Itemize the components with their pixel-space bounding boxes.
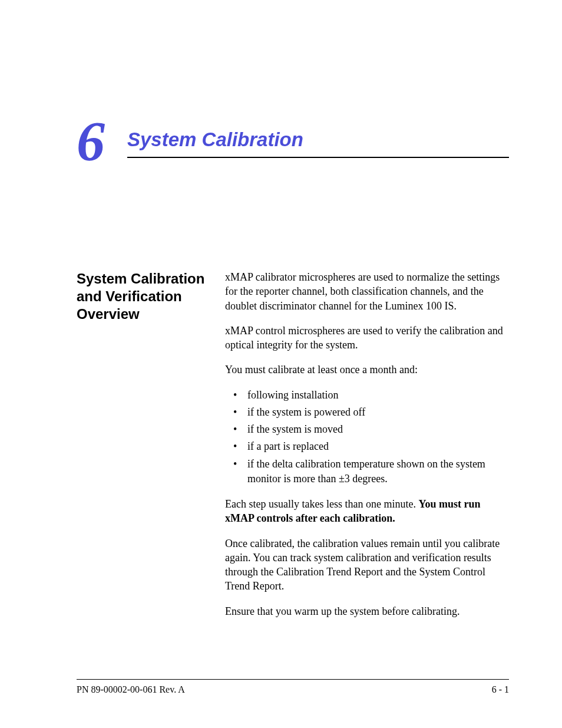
list-item: if a part is replaced <box>225 439 509 454</box>
page-footer: PN 89-00002-00-061 Rev. A 6 - 1 <box>77 679 509 695</box>
footer-right: 6 - 1 <box>492 684 509 695</box>
list-item: if the system is powered off <box>225 405 509 420</box>
chapter-number: 6 <box>77 113 105 170</box>
chapter-title: System Calibration <box>127 129 509 158</box>
section-heading: System Calibration and Verification Over… <box>77 270 225 323</box>
chapter-header: 6 System Calibration <box>77 118 509 170</box>
bullet-list: following installation if the system is … <box>225 388 509 486</box>
footer-left: PN 89-00002-00-061 Rev. A <box>77 684 185 695</box>
para4-text: Each step usually takes less than one mi… <box>225 498 418 510</box>
list-item: following installation <box>225 388 509 403</box>
body-para-3: You must calibrate at least once a month… <box>225 363 509 377</box>
body-para-4: Each step usually takes less than one mi… <box>225 497 509 526</box>
body-content: xMAP calibrator microspheres are used to… <box>225 270 509 629</box>
body-para-1: xMAP calibrator microspheres are used to… <box>225 270 509 313</box>
content-row: System Calibration and Verification Over… <box>77 270 509 629</box>
body-para-2: xMAP control microspheres are used to ve… <box>225 324 509 353</box>
list-item: if the delta calibration temperature sho… <box>225 457 509 486</box>
body-para-6: Ensure that you warm up the system befor… <box>225 604 509 618</box>
list-item: if the system is moved <box>225 422 509 437</box>
body-para-5: Once calibrated, the calibration values … <box>225 536 509 594</box>
